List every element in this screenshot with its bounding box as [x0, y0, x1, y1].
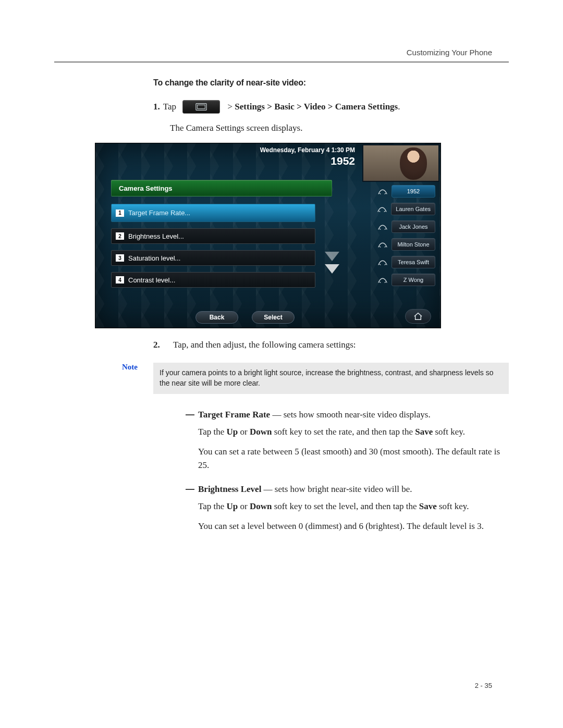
page-number: 2 - 35 — [475, 682, 492, 689]
breadcrumb-prefix: > — [223, 100, 235, 114]
key-up: Up — [227, 427, 238, 437]
step-2: 2. Tap, and then adjust, the following c… — [153, 340, 509, 350]
menu-label: Saturation level... — [128, 254, 180, 262]
chevron-down-icon — [325, 264, 339, 274]
menu-number: 4 — [116, 276, 124, 283]
subheading: To change the clarity of near-site video… — [153, 78, 509, 88]
text: soft key. — [433, 427, 465, 437]
menu-item-target-frame-rate[interactable]: 1 Target Frame Rate... — [111, 204, 315, 222]
menu-label: Brightness Level... — [128, 232, 184, 240]
note-body: If your camera points to a bright light … — [153, 363, 509, 394]
menu-item-saturation-level[interactable]: 3 Saturation level... — [111, 250, 315, 266]
bullet-body: Tap the Up or Down soft key to set the l… — [198, 500, 509, 534]
note-block: Note If your camera points to a bright l… — [54, 363, 509, 394]
separator: — — [272, 410, 281, 419]
menu-number: 3 — [116, 254, 124, 262]
text: soft key. — [437, 501, 469, 511]
text: . — [398, 100, 400, 114]
settings-menu: 1 Target Frame Rate... 2 Brightness Leve… — [111, 204, 315, 294]
step-text: Tap, and then adjust, the following came… — [173, 340, 356, 350]
contacts-panel: 1952 Lauren Gates Jack Jones Milton Ston… — [362, 185, 435, 291]
content-area: To change the clarity of near-site video… — [54, 78, 509, 545]
contact-label: Teresa Swift — [391, 256, 435, 268]
handset-icon — [376, 204, 388, 214]
key-down: Down — [250, 501, 272, 511]
header-section: Customizing Your Phone — [407, 48, 492, 57]
contact-item[interactable]: Milton Stone — [362, 238, 435, 251]
step-text: Tap — [163, 100, 176, 114]
separator: — — [264, 484, 273, 494]
key-save: Save — [419, 501, 437, 511]
key-down: Down — [250, 427, 272, 437]
text: soft key to set the level, and then tap … — [272, 501, 419, 511]
home-icon — [413, 312, 423, 320]
camera-preview — [362, 144, 439, 182]
select-button[interactable]: Select — [252, 311, 295, 324]
bullet-brightness-level: — Brightness Level — sets how bright nea… — [186, 484, 509, 534]
back-button[interactable]: Back — [195, 311, 238, 324]
bullet-range: You can set a rate between 5 (least smoo… — [198, 445, 509, 473]
bullet-dash: — — [186, 484, 198, 495]
menu-number: 2 — [116, 232, 124, 240]
bullet-title: Target Frame Rate — [198, 410, 270, 419]
contact-item[interactable]: Teresa Swift — [362, 256, 435, 268]
menu-label: Target Frame Rate... — [128, 209, 190, 217]
contact-label: Jack Jones — [391, 220, 435, 233]
app-menu-icon — [182, 100, 220, 114]
contact-label: Milton Stone — [391, 238, 435, 251]
text: or — [238, 427, 250, 437]
handset-icon — [377, 221, 388, 232]
bullet-title-line: Brightness Level — sets how bright near-… — [198, 484, 412, 495]
contact-item[interactable]: Jack Jones — [362, 220, 435, 233]
handset-icon — [377, 239, 388, 250]
svg-rect-1 — [198, 105, 205, 108]
contact-item[interactable]: 1952 — [362, 185, 435, 198]
bullet-dash: — — [186, 410, 198, 420]
menu-number: 1 — [116, 209, 124, 217]
phone-screenshot: Wednesday, February 4 1:30 PM 1952 Camer… — [95, 143, 441, 328]
bullet-list: — Target Frame Rate — sets how smooth ne… — [186, 410, 509, 534]
contact-label: 1952 — [391, 185, 435, 198]
handset-icon — [377, 275, 388, 285]
step-number: 2. — [153, 340, 170, 350]
screen-title: Camera Settings — [111, 180, 332, 196]
scroll-arrows[interactable] — [323, 252, 341, 277]
bullet-target-frame-rate: — Target Frame Rate — sets how smooth ne… — [186, 410, 509, 473]
home-button[interactable] — [405, 309, 431, 324]
handset-icon — [377, 257, 388, 267]
step-description: The Camera Settings screen displays. — [170, 123, 509, 133]
text: or — [238, 501, 250, 511]
step-1: 1. Tap > Settings > Basic > Video > Came… — [153, 100, 509, 114]
chevron-down-icon — [325, 252, 339, 261]
bullet-title: Brightness Level — [198, 484, 261, 494]
contact-label: Z Wong — [391, 274, 435, 286]
key-save: Save — [415, 427, 433, 437]
key-up: Up — [227, 501, 238, 511]
menu-item-contrast-level[interactable]: 4 Contrast level... — [111, 272, 315, 288]
bullet-title-rest: sets how bright near-site video will be. — [275, 484, 412, 494]
status-extension: 1952 — [331, 155, 355, 167]
bullet-range: You can set a level between 0 (dimmest) … — [198, 520, 509, 533]
text: Tap the — [198, 501, 227, 511]
text: Tap the — [198, 427, 227, 437]
bullet-body: Tap the Up or Down soft key to set the r… — [198, 425, 509, 473]
bullet-title-line: Target Frame Rate — sets how smooth near… — [198, 410, 431, 420]
status-datetime: Wednesday, February 4 1:30 PM — [260, 146, 355, 154]
contact-item[interactable]: Lauren Gates — [362, 203, 435, 215]
breadcrumb: Settings > Basic > Video > Camera Settin… — [235, 100, 398, 114]
menu-item-brightness-level[interactable]: 2 Brightness Level... — [111, 228, 315, 244]
menu-label: Contrast level... — [128, 276, 175, 284]
softkey-bar: Back Select — [195, 311, 295, 324]
text: soft key to set the rate, and then tap t… — [272, 427, 415, 437]
divider — [54, 61, 509, 63]
handset-icon — [377, 186, 388, 196]
bullet-title-rest: sets how smooth near-site video displays… — [284, 410, 431, 419]
contact-item[interactable]: Z Wong — [362, 274, 435, 286]
note-label: Note — [54, 363, 153, 394]
document-page: Customizing Your Phone To change the cla… — [0, 0, 563, 728]
contact-label: Lauren Gates — [391, 203, 435, 215]
step-number: 1. — [153, 100, 160, 114]
